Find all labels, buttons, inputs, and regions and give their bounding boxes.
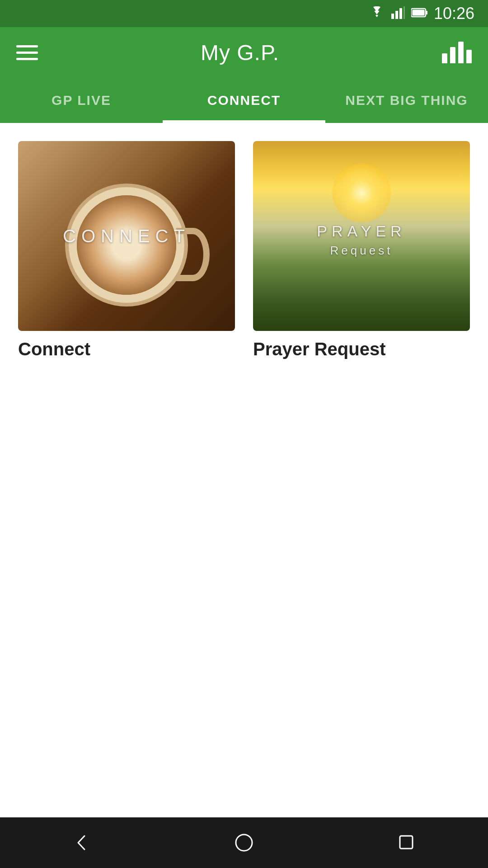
stats-button[interactable] — [442, 42, 472, 63]
app-title: My G.P. — [201, 40, 279, 65]
tab-gp-live[interactable]: GP LIVE — [0, 78, 163, 123]
svg-rect-5 — [426, 11, 427, 14]
prayer-request-card-title: Prayer Request — [253, 339, 470, 359]
svg-rect-6 — [412, 10, 424, 16]
connect-card-image: CONNECT — [18, 141, 235, 331]
svg-rect-8 — [400, 836, 413, 849]
status-time: 10:26 — [434, 4, 474, 23]
battery-icon — [411, 8, 427, 19]
app-bar: My G.P. — [0, 27, 488, 78]
recent-apps-button[interactable] — [384, 825, 429, 861]
connect-card-title: Connect — [18, 339, 235, 359]
tab-next-big-thing-label: NEXT BIG THING — [345, 93, 468, 108]
tab-next-big-thing[interactable]: NEXT BIG THING — [325, 78, 488, 123]
status-icons: 10:26 — [369, 4, 474, 23]
connect-card-overlay-text: CONNECT — [63, 226, 190, 246]
content-area: CONNECT Connect PRAYER Request Prayer Re… — [0, 123, 488, 817]
prayer-card-background: PRAYER Request — [253, 141, 470, 331]
wifi-icon — [369, 6, 385, 21]
connect-card[interactable]: CONNECT Connect — [18, 141, 235, 359]
svg-rect-3 — [404, 6, 405, 19]
svg-rect-1 — [395, 11, 398, 19]
status-bar: 10:26 — [0, 0, 488, 27]
prayer-request-card[interactable]: PRAYER Request Prayer Request — [253, 141, 470, 359]
tab-bar: GP LIVE CONNECT NEXT BIG THING — [0, 78, 488, 123]
tab-connect[interactable]: CONNECT — [163, 78, 325, 123]
tab-connect-label: CONNECT — [207, 93, 281, 108]
connect-card-background: CONNECT — [18, 141, 235, 331]
back-button[interactable] — [59, 825, 104, 861]
home-button[interactable] — [221, 825, 267, 861]
svg-point-7 — [236, 835, 252, 851]
bottom-nav-bar — [0, 817, 488, 868]
signal-icon — [391, 6, 405, 21]
prayer-card-overlay-text: PRAYER Request — [317, 221, 406, 259]
tab-connect-indicator — [163, 120, 325, 123]
cards-grid: CONNECT Connect PRAYER Request Prayer Re… — [18, 141, 470, 359]
prayer-card-image: PRAYER Request — [253, 141, 470, 331]
tab-gp-live-label: GP LIVE — [52, 93, 111, 108]
svg-rect-2 — [399, 8, 402, 19]
svg-rect-0 — [391, 14, 394, 19]
hamburger-menu-button[interactable] — [16, 45, 38, 60]
